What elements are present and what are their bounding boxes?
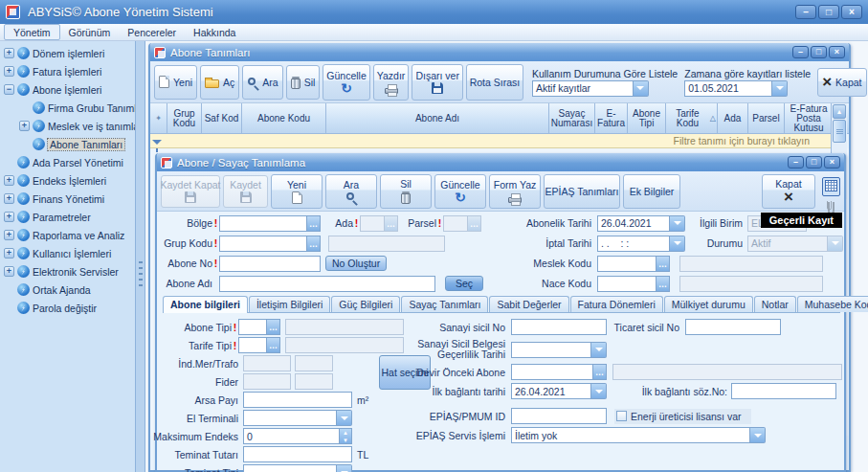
menu-hakkinda[interactable]: Hakkında <box>185 24 244 40</box>
ellipsis-icon[interactable] <box>468 215 481 232</box>
maximize-icon[interactable] <box>811 46 827 58</box>
ara-button[interactable]: Ara <box>325 174 377 209</box>
sanayi-belgesi-tarihi-select[interactable] <box>511 342 607 358</box>
chevron-down-icon[interactable] <box>670 236 685 252</box>
el-terminali-select[interactable] <box>243 410 352 426</box>
expand-icon[interactable]: + <box>4 48 14 58</box>
column-header-tarife-kodu[interactable]: Tarife Kodu△ <box>666 103 718 133</box>
menu-yonetim[interactable]: Yönetim <box>4 24 60 40</box>
grup-kodu-input[interactable] <box>219 236 321 252</box>
collapse-icon[interactable]: − <box>4 84 14 95</box>
kapat-button[interactable]: Kapat <box>762 174 815 209</box>
ada-input[interactable] <box>360 215 398 232</box>
sanayi-sicil-input[interactable] <box>511 319 607 335</box>
epias-servis-islemi-select[interactable]: İletim yok <box>511 427 766 443</box>
sidebar-item-parola-degistir[interactable]: Parola değiştir <box>0 299 135 317</box>
sidebar-item-abone-tanimlari[interactable]: Abone Tanımları <box>0 135 135 153</box>
close-icon[interactable] <box>824 156 840 169</box>
maksimum-endeks-stepper[interactable]: 0▲▼ <box>243 428 352 444</box>
abonelik-tarihi-select[interactable]: 26.04.2021 <box>597 215 685 232</box>
ellipsis-icon[interactable] <box>657 276 670 292</box>
yeni-button[interactable]: Yeni <box>154 65 197 100</box>
tab-muhasebe-kodlari[interactable]: Muhasebe Kodları <box>797 296 868 312</box>
sidebar-item-meslek-is[interactable]: +Meslek ve iş tanımları <box>0 117 135 135</box>
guncelle-button[interactable]: Güncelle <box>323 64 369 101</box>
expand-icon[interactable]: + <box>4 248 14 258</box>
ek-bilgiler-button[interactable]: Ek Bilgiler <box>623 174 680 209</box>
sidebar-item-abone-islemleri[interactable]: −Abone İşlemleri <box>0 80 135 99</box>
column-header-sayac-numarasi[interactable]: Sayaç Numarası <box>549 103 595 133</box>
column-header-abone-kodu[interactable]: Abone Kodu <box>242 103 326 133</box>
devir-onceki-abone-input[interactable] <box>511 364 607 380</box>
guncelle-button[interactable]: Güncelle <box>434 174 486 209</box>
time-filter-select[interactable]: 01.05.2021 <box>684 80 811 97</box>
sidebar-item-raporlama[interactable]: +Raporlama ve Analiz <box>0 226 135 244</box>
window1-titlebar[interactable]: Abone Tanımları <box>150 43 849 61</box>
ellipsis-icon[interactable] <box>385 215 398 232</box>
kapat-button[interactable]: Kapat <box>817 68 866 97</box>
grid-view-icon[interactable] <box>822 177 840 196</box>
parsel-input[interactable] <box>443 215 481 232</box>
sidebar-item-parametreler[interactable]: +Parametreler <box>0 208 135 226</box>
grid-filter-row[interactable]: Filtre tanımı için burayı tıklayın <box>150 134 833 148</box>
splitter[interactable] <box>135 41 145 472</box>
sidebar-item-kullanici-islemleri[interactable]: +Kullanıcı İşlemleri <box>0 244 135 262</box>
no-olustur-button[interactable]: No Oluştur <box>325 256 387 271</box>
teminat-tutari-input[interactable] <box>243 446 352 462</box>
scrollbar-thumb[interactable] <box>833 120 846 143</box>
chevron-down-icon[interactable] <box>337 464 352 472</box>
kaydet-kapat-button[interactable]: Kaydet Kapat <box>161 175 220 208</box>
teminat-tipi-select[interactable] <box>243 464 352 472</box>
column-header-abone-adi[interactable]: Abone Adı <box>326 103 549 133</box>
epias-pmum-id-input[interactable] <box>511 408 607 424</box>
chevron-down-icon[interactable] <box>750 427 766 443</box>
chevron-down-icon[interactable] <box>591 342 607 358</box>
form-yaz-button[interactable]: Form Yaz <box>489 174 541 209</box>
rota-sirasi-button[interactable]: Rota Sırası <box>466 64 523 101</box>
tab-sayac-tanimlari[interactable]: Sayaç Tanımları <box>401 296 488 312</box>
tarife-tipi-input[interactable] <box>238 337 280 353</box>
tab-iletisim-bilgileri[interactable]: İletişim Bilgileri <box>249 296 330 312</box>
scroll-up-icon[interactable]: ▲ <box>833 104 846 119</box>
column-header-saf-kod[interactable]: Saf Kod <box>202 103 242 133</box>
tab-abone-bilgileri[interactable]: Abone bilgileri <box>163 296 248 313</box>
yazdir-button[interactable]: Yazdır <box>373 64 410 101</box>
sidebar-item-ortak-ajanda[interactable]: Ortak Ajanda <box>0 281 135 299</box>
expand-icon[interactable]: + <box>4 66 14 77</box>
close-icon[interactable] <box>829 46 845 58</box>
expand-icon[interactable]: + <box>4 193 14 204</box>
enerji-lisans-checkbox[interactable] <box>616 411 627 421</box>
ilk-baglanti-tarihi-select[interactable]: 26.04.2021 <box>511 383 607 399</box>
chevron-down-icon[interactable] <box>772 80 788 97</box>
abone-tipi-input[interactable] <box>238 319 280 335</box>
disari-ver-button[interactable]: Dışarı ver <box>412 64 463 101</box>
column-header-parsel[interactable]: Parsel <box>748 103 785 133</box>
ara-button[interactable]: Ara <box>242 65 282 100</box>
expand-icon[interactable]: + <box>4 212 14 222</box>
nace-kodu-input[interactable] <box>597 276 670 292</box>
iptal-tarihi-select[interactable]: . . : : <box>597 236 685 252</box>
column-header-grup-kodu[interactable]: Grup Kodu <box>167 103 202 133</box>
sil-button[interactable]: Sil <box>380 174 432 209</box>
tab-fatura-donemleri[interactable]: Fatura Dönemleri <box>570 296 663 312</box>
kaydet-button[interactable]: Kaydet <box>223 175 268 208</box>
abone-no-input[interactable] <box>219 256 321 272</box>
arsa-payi-input[interactable] <box>243 392 352 408</box>
expand-icon[interactable]: + <box>4 175 14 186</box>
expand-icon[interactable]: + <box>19 121 30 131</box>
sil-button[interactable]: Sil <box>286 65 321 100</box>
tab-guc-bilgileri[interactable]: Güç Bilgileri <box>331 296 400 312</box>
sidebar-item-firma-grubu[interactable]: Firma Grubu Tanımları <box>0 99 135 117</box>
column-header-e-fatura-posta[interactable]: E-Fatura Posta Kutusu <box>785 103 833 133</box>
spinner-icon[interactable]: ▲▼ <box>340 428 352 444</box>
ellipsis-icon[interactable] <box>267 319 280 335</box>
maximize-icon[interactable] <box>818 5 839 19</box>
menu-pencereler[interactable]: Pencereler <box>119 24 185 40</box>
window2-titlebar[interactable]: Abone / Sayaç Tanımlama <box>157 153 844 171</box>
expand-icon[interactable]: + <box>4 266 14 277</box>
tab-mulkiyet-durumu[interactable]: Mülkiyet durumu <box>664 296 753 312</box>
row-indicator-column[interactable]: ✦ <box>150 103 167 133</box>
sidebar-item-donem-islemleri[interactable]: +Dönem işlemleri <box>0 44 135 62</box>
maximize-icon[interactable] <box>806 156 822 169</box>
yeni-button[interactable]: Yeni <box>271 174 323 209</box>
